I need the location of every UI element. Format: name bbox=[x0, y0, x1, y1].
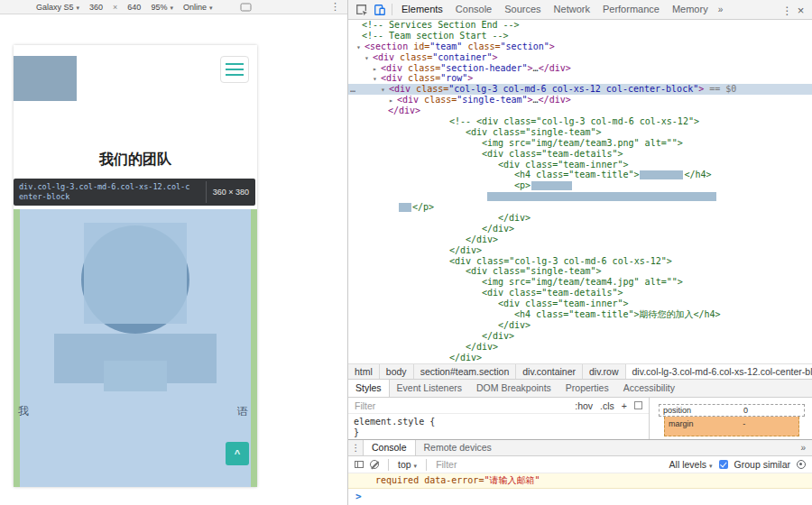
tree-line-15[interactable]: <p> bbox=[348, 180, 812, 191]
device-width-input[interactable]: 360 bbox=[89, 3, 103, 12]
tree-line-27[interactable]: <h4 class="team-title">期待您的加入</h4> bbox=[348, 309, 812, 320]
crumb-section-team-section[interactable]: section#team.section bbox=[414, 364, 517, 379]
tree-line-13[interactable]: <div class="team-inner"> bbox=[348, 160, 812, 170]
console-levels-select[interactable]: All levels bbox=[669, 459, 713, 470]
styles-filter-input[interactable]: Filter bbox=[348, 400, 575, 411]
sidebar-tab-dom-breakpoints[interactable]: DOM Breakpoints bbox=[469, 380, 558, 397]
element-style-rule[interactable]: element.style { } bbox=[348, 414, 649, 439]
tabs-overflow-icon[interactable] bbox=[715, 5, 727, 14]
group-similar-checkbox[interactable] bbox=[719, 460, 728, 469]
box-model-margin[interactable]: margin - bbox=[664, 417, 799, 436]
tree-token-tag: <div bbox=[373, 52, 394, 62]
tab-sources[interactable]: Sources bbox=[498, 0, 547, 19]
tree-line-19[interactable]: </div> bbox=[348, 224, 812, 234]
device-select[interactable]: Galaxy S5 bbox=[36, 3, 79, 12]
tree-token-comment: <div class="team-details"> bbox=[482, 149, 623, 159]
tree-token-comment: <!-- Team section Start --> bbox=[362, 31, 509, 41]
tree-line-21[interactable]: </div> bbox=[348, 245, 812, 256]
tree-line-16[interactable] bbox=[348, 191, 812, 202]
tree-line-28[interactable]: </div> bbox=[348, 320, 812, 331]
tree-line-14[interactable]: <h4 class="team-title"></h4> bbox=[348, 170, 812, 180]
box-model-diagram: position 0 margin - bbox=[649, 398, 812, 439]
new-style-rule-button[interactable]: + bbox=[622, 400, 627, 411]
drawer-tab-remote-devices[interactable]: Remote devices bbox=[416, 440, 500, 455]
tree-line-7[interactable]: ▸<div class="single-team">…</div> bbox=[348, 95, 812, 106]
site-logo-placeholder[interactable] bbox=[14, 56, 77, 101]
crumb-html[interactable]: html bbox=[348, 364, 380, 379]
inspect-element-icon[interactable] bbox=[353, 1, 371, 19]
tree-line-30[interactable]: </div> bbox=[348, 342, 812, 353]
throttle-select[interactable]: Online bbox=[183, 3, 213, 12]
tree-token-comment: <div class="team-inner"> bbox=[498, 160, 629, 170]
crumb-div-container[interactable]: div.container bbox=[516, 364, 583, 379]
tree-line-4[interactable]: ▸<div class="section-header">…</div> bbox=[348, 63, 812, 74]
tab-performance[interactable]: Performance bbox=[596, 0, 666, 19]
drawer-overflow-icon[interactable] bbox=[800, 440, 812, 455]
tree-line-29[interactable]: </div> bbox=[348, 331, 812, 342]
tree-token-comment: <img src="img/team/team3.png" alt=""> bbox=[482, 138, 683, 148]
hamburger-menu-button[interactable] bbox=[220, 56, 249, 83]
console-warning-message[interactable]: required data-error="请输入邮箱" bbox=[348, 473, 812, 489]
tree-line-5[interactable]: ▾<div class="row"> bbox=[348, 73, 812, 84]
tree-line-11[interactable]: <img src="img/team/team3.png" alt=""> bbox=[348, 138, 812, 149]
tree-token-attr: class= bbox=[411, 84, 448, 94]
tab-elements[interactable]: Elements bbox=[395, 0, 449, 19]
tree-line-26[interactable]: <div class="team-inner"> bbox=[348, 298, 812, 309]
console-filter-input[interactable]: Filter bbox=[436, 459, 662, 470]
tree-line-10[interactable]: <div class="single-team"> bbox=[348, 127, 812, 138]
console-context-select[interactable]: top bbox=[398, 459, 417, 470]
tree-line-1[interactable]: <!-- Team section Start --> bbox=[348, 31, 812, 41]
drawer-tab-console[interactable]: Console bbox=[363, 440, 416, 455]
styles-panel-icon[interactable] bbox=[634, 401, 642, 409]
element-classes-button[interactable]: .cls bbox=[600, 400, 614, 411]
tree-line-9[interactable]: <!-- <div class="col-lg-3 col-md-6 col-x… bbox=[348, 116, 812, 127]
device-height-input[interactable]: 640 bbox=[127, 3, 141, 12]
tree-line-24[interactable]: <img src="img/team/team4.jpg" alt=""> bbox=[348, 277, 812, 288]
tree-line-selected[interactable]: …▾<div class="col-lg-3 col-md-6 col-xs-1… bbox=[348, 84, 812, 95]
position-top-value[interactable]: 0 bbox=[691, 406, 800, 415]
tree-line-22[interactable]: <div class="col-lg-3 col-md-6 col-xs-12"… bbox=[348, 256, 812, 267]
tab-network[interactable]: Network bbox=[548, 0, 596, 19]
console-settings-icon[interactable] bbox=[797, 460, 806, 469]
tree-line-3[interactable]: ▾<div class="container"> bbox=[348, 52, 812, 63]
sidebar-tab-styles[interactable]: Styles bbox=[348, 380, 390, 397]
device-toolbar-icon[interactable] bbox=[371, 1, 389, 19]
sidebar-tab-accessibility[interactable]: Accessibility bbox=[616, 380, 682, 397]
tree-token-comment: </div> bbox=[498, 213, 531, 223]
rotate-icon[interactable] bbox=[241, 3, 252, 11]
console-prompt[interactable]: > bbox=[348, 489, 812, 502]
tree-line-23[interactable]: <div class="single-team"> bbox=[348, 266, 812, 277]
tree-token-comment: </h4> bbox=[684, 170, 711, 179]
zoom-select[interactable]: 95% bbox=[151, 3, 173, 12]
tree-line-31[interactable]: </div> bbox=[348, 353, 812, 363]
margin-top-value[interactable]: - bbox=[694, 419, 795, 433]
more-menu-icon[interactable] bbox=[330, 1, 340, 13]
devtools-close-icon[interactable] bbox=[794, 2, 807, 18]
tab-memory[interactable]: Memory bbox=[666, 0, 715, 19]
back-to-top-button[interactable]: ^ bbox=[226, 442, 249, 465]
box-model-position[interactable]: position 0 bbox=[659, 404, 805, 417]
tab-console[interactable]: Console bbox=[449, 0, 498, 19]
tree-line-18[interactable]: </div> bbox=[348, 213, 812, 224]
tree-line-17[interactable]: </p> bbox=[348, 202, 812, 213]
partial-page-text-left: 我 bbox=[18, 404, 29, 419]
crumb-div-row[interactable]: div.row bbox=[583, 364, 625, 379]
toggle-element-state-button[interactable]: :hov bbox=[575, 400, 593, 411]
console-sidebar-icon[interactable] bbox=[355, 461, 364, 468]
drawer-menu-icon[interactable] bbox=[348, 440, 363, 455]
tree-line-2[interactable]: ▾<section id="team" class="section"> bbox=[348, 41, 812, 52]
tree-line-12[interactable]: <div class="team-details"> bbox=[348, 149, 812, 160]
tree-line-25[interactable]: <div class="team-details"> bbox=[348, 288, 812, 298]
inspect-tooltip: div.col-lg-3.col-md-6.col-xs-12.col-c en… bbox=[14, 179, 255, 206]
crumb-div-col-lg-3-col-md-6-col-xs-12-col-center-block[interactable]: div.col-lg-3.col-md-6.col-xs-12.col-cent… bbox=[626, 364, 812, 379]
tree-line-8[interactable]: </div> bbox=[348, 106, 812, 116]
sidebar-tab-properties[interactable]: Properties bbox=[558, 380, 616, 397]
crumb-body[interactable]: body bbox=[380, 364, 414, 379]
tree-line-20[interactable]: </div> bbox=[348, 234, 812, 245]
clear-console-icon[interactable] bbox=[370, 460, 379, 469]
devtools-menu-icon[interactable] bbox=[780, 2, 794, 18]
sidebar-tab-event-listeners[interactable]: Event Listeners bbox=[390, 380, 469, 397]
tree-line-0[interactable]: <!-- Services Section End --> bbox=[348, 20, 812, 31]
page-title: 我们的团队 bbox=[14, 151, 257, 170]
toolbar-separator bbox=[392, 4, 392, 15]
